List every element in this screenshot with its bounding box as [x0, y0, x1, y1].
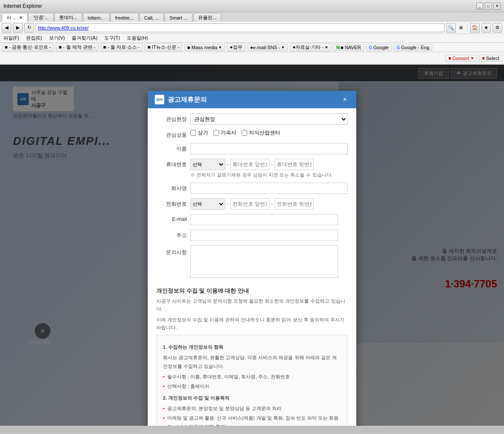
- bookmark-naver[interactable]: N ■ NAVER: [333, 44, 364, 51]
- convert-button[interactable]: ■ Convert ▼: [445, 55, 477, 62]
- input-tel-back[interactable]: [275, 198, 314, 210]
- compatibility-button[interactable]: ⊠: [458, 25, 464, 30]
- checkbox-knowledge-input[interactable]: [242, 130, 247, 136]
- modal-header: 409 광고제휴문의 ×: [148, 91, 356, 108]
- bookmark-google[interactable]: G Google: [366, 44, 392, 51]
- label-tel: 전화번호: [156, 198, 187, 208]
- form-row-interest-product: 관심상품 상가 기숙사 지식산업센터: [156, 129, 348, 139]
- tel-sep-1: -: [227, 201, 229, 207]
- refresh-button[interactable]: ↻: [24, 23, 34, 33]
- form-row-address: 주소: [156, 230, 348, 241]
- label-inquiry: 문의사항: [156, 245, 187, 256]
- search-button[interactable]: 🔍: [446, 23, 456, 33]
- select-tel-prefix[interactable]: 선택 02 031 032: [190, 198, 225, 210]
- bookmark-5[interactable]: ●업무: [227, 43, 245, 51]
- phone-row: 선택 010 011 016 017 - -: [190, 159, 348, 170]
- bookmark-2[interactable]: ■ - 월 자료·소스 -: [100, 43, 143, 51]
- home-button[interactable]: 🏠: [470, 23, 480, 33]
- checkbox-gisuksa[interactable]: 기숙사: [213, 129, 236, 137]
- bookmark-3[interactable]: ■ IT뉴스·신문 -: [145, 43, 182, 51]
- tools-button[interactable]: ⚙: [493, 23, 502, 33]
- menu-edit[interactable]: 편집(E): [24, 35, 44, 41]
- label-email: E-mail: [156, 214, 187, 222]
- checkbox-sangga-input[interactable]: [190, 130, 196, 136]
- field-name: [190, 143, 348, 154]
- tel-row: 선택 02 031 032 - -: [190, 198, 348, 210]
- privacy-box: 1. 수집하는 개인정보의 항목 회사는 광고제휴문의, 원활한 고객상담, 각…: [156, 335, 348, 426]
- select-button[interactable]: ■ Select: [479, 55, 502, 62]
- input-address[interactable]: [190, 230, 338, 241]
- label-company: 회사명: [156, 183, 187, 192]
- tab-bar: 사 ... ✕ '인증'... 롯데마... lottem... freebie…: [0, 12, 504, 22]
- tab-5[interactable]: Call, ...: [139, 13, 164, 22]
- tab-4[interactable]: freebie...: [110, 13, 139, 22]
- field-inquiry: [190, 245, 348, 279]
- privacy-section: 개인정보의 수집 및 이용에 대한 안내 사공구 사이트는 고객님의 문의사항 …: [156, 284, 348, 426]
- phone-sep-2: -: [271, 161, 273, 167]
- convert-dropdown-icon: ▼: [470, 56, 474, 60]
- tab-6[interactable]: Smart ...: [165, 13, 192, 22]
- form-row-tel: 전화번호 선택 02 031 032 - -: [156, 198, 348, 210]
- label-interest-product: 관심상품: [156, 129, 187, 139]
- menu-help[interactable]: 도움말(H): [125, 35, 149, 41]
- tab-3[interactable]: lottem...: [83, 13, 109, 22]
- field-interest-product: 상가 기숙사 지식산업센터: [190, 129, 348, 137]
- modal-title-text: 광고제휴문의: [168, 96, 207, 104]
- tab-1[interactable]: '인증'...: [28, 13, 53, 22]
- menu-bar: 파일(F) 편집(E) 보기(V) 즐겨찾기(A) 도구(T) 도움말(H): [0, 34, 504, 43]
- label-address: 주소: [156, 230, 187, 239]
- privacy-section2-bullet2: • 마케팅 및 광고에 활용: 신규 서비스(제품) 개발 및 특화, 접속 빈…: [163, 414, 341, 426]
- tab-active[interactable]: 사 ... ✕: [2, 13, 27, 22]
- modal-body: 관심현장 관심현장 관심상품 상가: [148, 108, 356, 426]
- menu-favorites[interactable]: 즐겨찾기(A): [70, 35, 99, 41]
- checkbox-knowledge[interactable]: 지식산업센터: [242, 129, 280, 137]
- input-tel-front[interactable]: [230, 198, 269, 210]
- menu-file[interactable]: 파일(F): [2, 35, 21, 41]
- convert-icon: ■: [448, 56, 451, 60]
- close-window-button[interactable]: ✕: [494, 3, 501, 10]
- input-phone-back[interactable]: [275, 159, 314, 170]
- browser-chrome: Internet Explorer _ □ ✕ 사 ... ✕ '인증'... …: [0, 0, 504, 65]
- tab-close[interactable]: ✕: [19, 15, 23, 20]
- privacy-optional: • 선택사항 : 홈페이지: [163, 382, 341, 391]
- title-bar: Internet Explorer _ □ ✕: [0, 0, 504, 12]
- tab-7[interactable]: 유플런...: [193, 13, 221, 22]
- bookmark-7[interactable]: ●자료실·기타 - ▼: [290, 43, 332, 51]
- field-email: [190, 214, 348, 225]
- bookmark-google-eng[interactable]: G Google - Eng: [394, 44, 432, 51]
- field-phone: 선택 010 011 016 017 - - ※ 연락처가 잘못기재된 경우: [190, 159, 348, 178]
- input-email[interactable]: [190, 214, 338, 225]
- forward-button[interactable]: ▶: [13, 23, 23, 33]
- checkbox-gisuksa-input[interactable]: [213, 130, 219, 136]
- bookmark-0[interactable]: ■ - 금융·통신·포인트 -: [2, 43, 54, 51]
- bookmark-mass-media[interactable]: ■ Mass media ▼: [184, 44, 225, 51]
- input-phone-front[interactable]: [230, 159, 269, 170]
- minimize-button[interactable]: _: [476, 3, 483, 10]
- nav-bar: ◀ ▶ ↻ http://www.409.co.kr/xe/ 🔍 ⊠ 🏠 ★ ⚙: [0, 22, 504, 34]
- form-row-phone: 휴대번호 선택 010 011 016 017 -: [156, 159, 348, 178]
- menu-tools[interactable]: 도구(T): [103, 35, 122, 41]
- input-name[interactable]: [190, 143, 348, 154]
- privacy-main-title: 개인정보의 수집 및 이용에 대한 안내: [156, 287, 348, 295]
- browser-title: Internet Explorer: [3, 3, 42, 9]
- field-interest-area: 관심현장: [190, 114, 348, 125]
- privacy-section1-title: 1. 수집하는 개인정보의 항목: [163, 343, 341, 352]
- checkbox-sangga[interactable]: 상가: [190, 129, 208, 137]
- menu-view[interactable]: 보기(V): [47, 35, 67, 41]
- privacy-desc1: 사공구 사이트는 고객님의 문의사항 요청에 필요한 최소한의 개인정보를 수집…: [156, 297, 348, 313]
- select-phone-prefix[interactable]: 선택 010 011 016 017: [190, 159, 225, 170]
- bookmark-6[interactable]: ●e-mail·SNS - ▼: [247, 44, 288, 51]
- maximize-button[interactable]: □: [485, 3, 492, 10]
- bookmark-1[interactable]: ■ - 월 제작 관련 -: [56, 43, 98, 51]
- field-address: [190, 230, 348, 241]
- modal-close-button[interactable]: ×: [341, 95, 349, 104]
- textarea-inquiry[interactable]: [190, 245, 338, 278]
- address-bar[interactable]: http://www.409.co.kr/xe/: [36, 23, 444, 32]
- select-interest-area[interactable]: 관심현장: [190, 114, 348, 125]
- privacy-required: • 필수사항 : 이름, 휴대번호, 이메일, 회사명, 주소, 전화번호: [163, 373, 341, 381]
- back-button[interactable]: ◀: [2, 23, 11, 33]
- tab-label: 사 ...: [7, 14, 17, 21]
- tab-2[interactable]: 롯데마...: [54, 13, 82, 22]
- favorites-button[interactable]: ★: [481, 23, 491, 33]
- input-company[interactable]: [190, 183, 348, 194]
